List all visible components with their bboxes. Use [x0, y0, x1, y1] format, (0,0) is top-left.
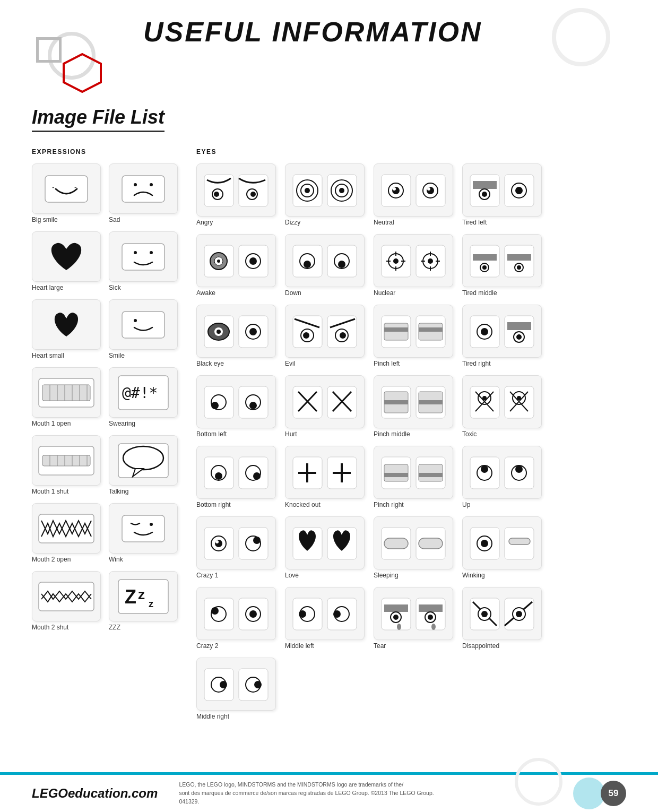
knocked-out-card	[285, 446, 365, 499]
svg-point-191	[253, 537, 261, 544]
awake-card	[196, 234, 276, 287]
svg-point-54	[339, 188, 344, 193]
svg-point-58	[393, 187, 396, 191]
svg-point-62	[427, 187, 430, 191]
eye-item: Bottom left	[196, 375, 279, 438]
expression-item: Talking	[109, 435, 178, 495]
svg-point-188	[215, 540, 219, 543]
crazy-2-label: Crazy 2	[196, 642, 279, 650]
eye-item: Middle left	[285, 587, 367, 650]
expression-item: Mouth 1 open	[32, 367, 101, 427]
expression-item: Mouth 2 open	[32, 503, 101, 563]
black-eye-label: Black eye	[196, 360, 279, 367]
eye-item: Crazy 2	[196, 587, 279, 650]
eye-item: Love	[285, 516, 367, 579]
svg-point-46	[250, 192, 256, 197]
awake-label: Awake	[196, 289, 279, 297]
eye-item: Pinch left	[374, 305, 456, 367]
hurt-card	[285, 375, 365, 428]
svg-point-76	[249, 257, 257, 265]
expression-item: Z z z ZZZ	[109, 571, 178, 631]
svg-point-181	[481, 465, 488, 473]
wink-card	[109, 503, 178, 554]
crazy-2-card	[196, 587, 276, 640]
angry-label: Angry	[196, 219, 279, 226]
svg-point-11	[134, 319, 137, 322]
svg-rect-195	[384, 538, 408, 549]
svg-point-66	[482, 192, 487, 197]
smile-card	[109, 299, 178, 350]
middle-left-label: Middle left	[285, 642, 367, 650]
svg-rect-4	[122, 176, 164, 202]
svg-point-218	[393, 615, 399, 620]
love-card	[285, 516, 365, 569]
svg-point-108	[217, 330, 221, 334]
svg-point-43	[214, 192, 219, 197]
bottom-right-label: Bottom right	[196, 501, 279, 508]
svg-point-111	[249, 328, 257, 335]
eye-item: Tired middle	[462, 234, 544, 297]
svg-rect-34	[122, 515, 164, 542]
svg-rect-36	[39, 582, 94, 611]
tired-middle-card	[462, 234, 542, 287]
svg-point-223	[428, 615, 433, 620]
winking-label: Winking	[462, 572, 544, 579]
heart-small-card	[32, 299, 101, 350]
sick-card	[109, 231, 178, 282]
mouth-2-open-card	[32, 503, 101, 554]
disappointed-card	[462, 587, 542, 640]
up-label: Up	[462, 501, 544, 508]
svg-rect-122	[384, 327, 408, 332]
svg-point-115	[303, 332, 309, 339]
middle-left-card	[285, 587, 365, 640]
svg-point-85	[393, 258, 399, 264]
bottom-left-card	[196, 375, 276, 428]
pinch-left-card	[374, 305, 453, 358]
svg-point-31	[123, 446, 163, 470]
svg-rect-197	[419, 538, 443, 549]
pinch-middle-label: Pinch middle	[374, 430, 456, 438]
mouth-1-open-label: Mouth 1 open	[32, 420, 101, 427]
svg-text:z: z	[138, 586, 145, 602]
svg-point-224	[431, 624, 436, 630]
svg-rect-202	[509, 538, 530, 545]
dizzy-label: Dizzy	[285, 219, 367, 226]
svg-text:z: z	[149, 599, 153, 609]
love-label: Love	[285, 572, 367, 579]
svg-point-128	[481, 328, 488, 335]
svg-point-8	[134, 251, 137, 254]
svg-rect-150	[419, 400, 443, 404]
mouth-1-shut-card	[32, 435, 101, 486]
down-label: Down	[285, 289, 367, 297]
mouth-2-open-label: Mouth 2 open	[32, 556, 101, 563]
evil-card	[285, 305, 365, 358]
expression-item: Smile	[109, 299, 178, 359]
tear-card	[374, 587, 453, 640]
section-title: Image File List	[32, 106, 164, 132]
svg-rect-7	[122, 244, 164, 270]
svg-point-35	[150, 523, 153, 526]
talking-card	[109, 435, 178, 486]
heart-large-label: Heart large	[32, 284, 101, 291]
pinch-right-card	[374, 446, 453, 499]
svg-point-92	[428, 258, 433, 264]
tired-left-card	[462, 163, 542, 217]
svg-point-82	[338, 261, 345, 268]
tired-right-card	[462, 305, 542, 358]
pinch-left-label: Pinch left	[374, 360, 456, 367]
tired-right-label: Tired right	[462, 360, 544, 367]
svg-point-184	[515, 465, 523, 473]
svg-rect-101	[505, 245, 534, 277]
svg-text:@#!*: @#!*	[122, 384, 158, 402]
tear-label: Tear	[374, 642, 456, 650]
bottom-right-card	[196, 446, 276, 499]
svg-point-119	[340, 332, 346, 339]
eyes-section: EYES	[196, 148, 626, 720]
expressions-label: EXPRESSIONS	[32, 148, 180, 156]
svg-rect-64	[473, 181, 497, 189]
hurt-label: Hurt	[285, 430, 367, 438]
sad-card	[109, 163, 178, 214]
big-smile-label: Big smile	[32, 216, 101, 223]
svg-point-214	[333, 610, 341, 618]
zzz-card: Z z z	[109, 571, 178, 621]
